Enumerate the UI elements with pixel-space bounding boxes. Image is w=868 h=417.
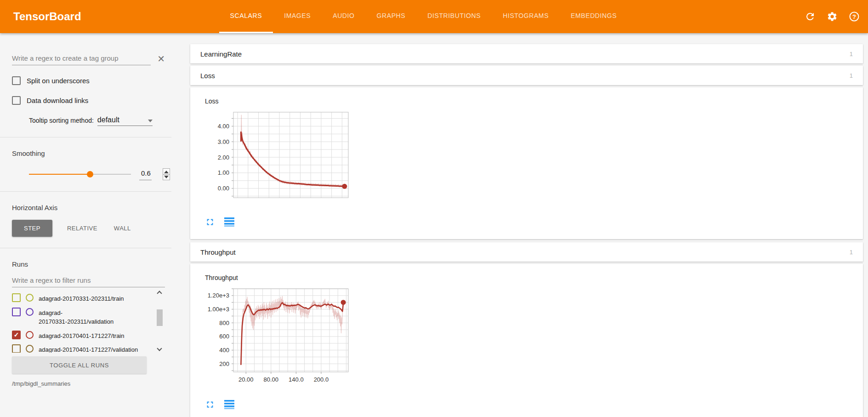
refresh-icon[interactable]: [805, 11, 816, 22]
run-color-circle[interactable]: [26, 308, 34, 316]
svg-text:?: ?: [852, 13, 856, 20]
svg-text:1.20e+3: 1.20e+3: [208, 292, 229, 299]
clear-filter-icon[interactable]: ✕: [157, 54, 165, 65]
run-item[interactable]: ✓ adagrad- 20170331-202311/validation: [12, 308, 149, 326]
checkbox-label: Split on underscores: [27, 77, 90, 85]
svg-text:200.0: 200.0: [314, 376, 329, 383]
help-icon[interactable]: ?: [849, 11, 860, 22]
run-checkbox[interactable]: ✓: [12, 293, 21, 302]
checkbox-icon: [12, 96, 21, 105]
svg-text:3.00: 3.00: [218, 138, 229, 145]
svg-text:0.00: 0.00: [218, 185, 229, 192]
data-download-checkbox[interactable]: Data download links: [12, 96, 165, 105]
smoothing-label: Smoothing: [12, 149, 165, 157]
dropdown-caret-icon: [148, 120, 153, 122]
category-title: Throughput: [200, 248, 236, 256]
run-name: adagrad- 20170331-202311/validation: [39, 308, 113, 326]
run-name: adagrad-20170401-171227/validation: [39, 344, 138, 353]
svg-text:4.00: 4.00: [218, 123, 229, 130]
tab-audio[interactable]: AUDIO: [322, 0, 365, 33]
chart-title: Throughput: [205, 274, 863, 281]
throughput-chart[interactable]: 2004006008001.00e+31.20e+320.0080.00140.…: [205, 284, 863, 388]
sidebar-divider: [0, 137, 171, 137]
stepper-divider: [163, 174, 170, 175]
checkbox-icon: [12, 76, 21, 85]
main-content: LearningRate 1 Loss 1 Loss 0.001.002.003…: [171, 33, 868, 417]
tab-histograms[interactable]: HISTOGRAMS: [492, 0, 560, 33]
category-header-learningrate[interactable]: LearningRate 1: [190, 44, 863, 63]
svg-text:140.0: 140.0: [289, 376, 304, 383]
category-header-loss[interactable]: Loss 1: [190, 66, 863, 85]
axis-wall-button[interactable]: WALL: [106, 220, 139, 237]
check-icon: ✓: [14, 331, 19, 338]
settings-gear-icon[interactable]: [827, 11, 838, 22]
axis-relative-button[interactable]: RELATIVE: [59, 220, 106, 237]
run-checkbox[interactable]: ✓: [12, 331, 21, 339]
svg-text:1.00e+3: 1.00e+3: [208, 306, 229, 313]
run-list: ✓ adagrad-20170331-202311/train ✓ adagra…: [12, 289, 165, 353]
stepper-up-icon[interactable]: [164, 171, 169, 173]
app-header: TensorBoard SCALARS IMAGES AUDIO GRAPHS …: [0, 0, 868, 33]
log-directory-path: /tmp/bigdl_summaries: [12, 380, 165, 387]
scroll-down-icon[interactable]: [157, 346, 162, 351]
smoothing-value-input[interactable]: 0.6: [139, 168, 152, 180]
header-icon-group: ?: [805, 11, 860, 22]
loss-chart[interactable]: 0.001.002.003.004.00: [205, 108, 863, 205]
svg-text:2.00: 2.00: [218, 154, 229, 161]
slider-thumb[interactable]: [87, 171, 93, 177]
expand-chart-icon[interactable]: [205, 217, 215, 227]
stepper-down-icon[interactable]: [164, 176, 169, 178]
loss-chart-card: Loss 0.001.002.003.004.00: [190, 87, 863, 239]
svg-text:20.00: 20.00: [238, 376, 254, 383]
run-color-circle[interactable]: [26, 331, 34, 339]
category-header-throughput[interactable]: Throughput 1: [190, 242, 863, 262]
tooltip-sort-label: Tooltip sorting method:: [29, 117, 94, 126]
sidebar-divider: [0, 248, 171, 248]
run-checkbox[interactable]: ✓: [12, 344, 21, 353]
tab-distributions[interactable]: DISTRIBUTIONS: [416, 0, 492, 33]
svg-text:80.00: 80.00: [264, 376, 279, 383]
split-underscores-checkbox[interactable]: Split on underscores: [12, 76, 165, 85]
run-selector-menu-icon[interactable]: [224, 217, 235, 227]
tooltip-sort-dropdown[interactable]: default: [97, 116, 153, 126]
run-name: adagrad-20170401-171227/train: [39, 331, 125, 341]
category-count-badge: 1: [850, 72, 853, 79]
axis-step-button[interactable]: STEP: [12, 220, 52, 237]
run-filter-input[interactable]: [12, 274, 165, 287]
tab-images[interactable]: IMAGES: [273, 0, 322, 33]
run-color-circle[interactable]: [26, 294, 34, 302]
run-item[interactable]: ✓ adagrad-20170401-171227/train: [12, 331, 149, 341]
run-list-scrollbar[interactable]: [156, 290, 163, 353]
toggle-all-runs-button[interactable]: TOGGLE ALL RUNS: [12, 356, 147, 374]
horizontal-axis-label: Horizontal Axis: [12, 204, 165, 211]
tooltip-sort-value: default: [97, 116, 119, 126]
run-color-circle[interactable]: [26, 345, 34, 353]
svg-text:400: 400: [219, 347, 229, 354]
svg-text:800: 800: [219, 320, 229, 326]
category-title: Loss: [200, 72, 215, 80]
tab-scalars[interactable]: SCALARS: [219, 0, 273, 33]
run-item[interactable]: ✓ adagrad-20170331-202311/train: [12, 293, 149, 303]
scrollbar-thumb[interactable]: [157, 309, 163, 326]
run-selector-menu-icon[interactable]: [224, 400, 235, 410]
sidebar: ✕ Split on underscores Data download lin…: [0, 33, 171, 417]
tab-embeddings[interactable]: EMBEDDINGS: [560, 0, 628, 33]
scroll-up-icon[interactable]: [157, 291, 162, 296]
run-checkbox[interactable]: ✓: [12, 308, 21, 316]
checkbox-label: Data download links: [27, 97, 88, 104]
category-count-badge: 1: [850, 249, 853, 256]
expand-chart-icon[interactable]: [205, 400, 215, 410]
tab-graphs[interactable]: GRAPHS: [366, 0, 417, 33]
slider-fill: [29, 174, 90, 175]
runs-label: Runs: [12, 260, 165, 268]
category-title: LearningRate: [200, 50, 242, 58]
svg-text:1.00: 1.00: [218, 169, 229, 176]
run-item[interactable]: ✓ adagrad-20170401-171227/validation: [12, 344, 149, 353]
app-title: TensorBoard: [13, 10, 81, 23]
sidebar-divider: [0, 191, 171, 192]
tab-bar: SCALARS IMAGES AUDIO GRAPHS DISTRIBUTION…: [219, 0, 628, 33]
chart-title: Loss: [205, 97, 863, 105]
smoothing-stepper[interactable]: [163, 168, 170, 180]
smoothing-slider[interactable]: [29, 171, 131, 177]
tag-filter-input[interactable]: [12, 52, 151, 65]
